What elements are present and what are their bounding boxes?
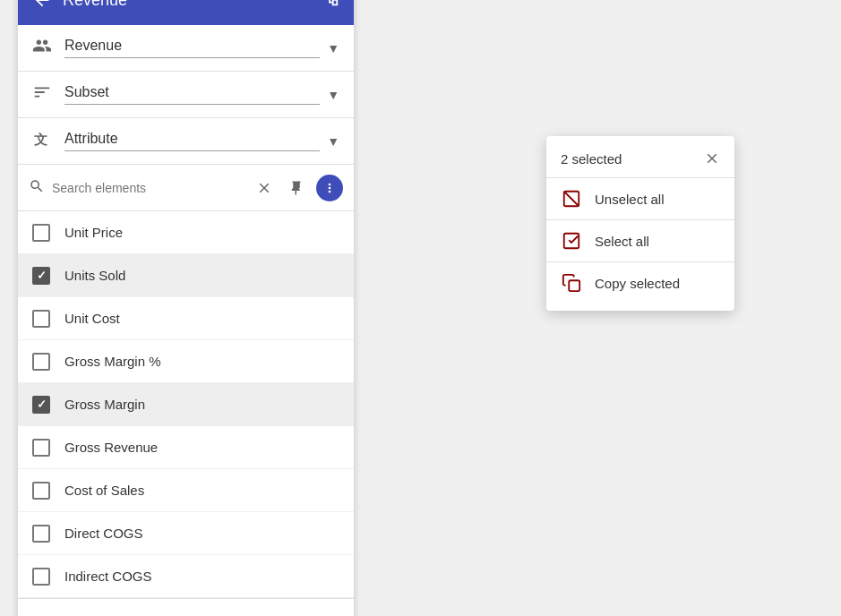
checkbox[interactable] [32,439,50,457]
next-page-button[interactable]: › [176,611,189,616]
attribute-chevron: ▼ [327,134,339,149]
checkbox[interactable] [32,396,50,414]
item-label: Cost of Sales [64,483,144,498]
element-list: Unit PriceUnits SoldUnit CostGross Margi… [18,211,354,598]
list-item[interactable]: Unit Cost [18,297,354,340]
revenue-chevron: ▼ [327,41,339,56]
copy-selected-icon [561,273,582,293]
svg-rect-4 [569,280,579,291]
nav-buttons: ‹ › [157,611,189,616]
prev-page-button[interactable]: ‹ [157,611,169,616]
org-icon [32,36,61,60]
attribute-dropdown[interactable]: 文 Attribute ▼ [18,118,354,165]
checkbox[interactable] [32,525,50,543]
attribute-label: Attribute [64,131,320,151]
search-input[interactable] [52,181,252,195]
item-label: Direct COGS [64,526,143,541]
list-item[interactable]: Units Sold [18,254,354,297]
select-all-label: Select all [595,234,649,249]
unselect-all-label: Unselect all [595,192,665,207]
list-item[interactable]: Indirect COGS [18,555,354,598]
list-item[interactable]: Unit Price [18,211,354,254]
unselect-all-icon [561,189,582,209]
subset-label: Subset [64,84,320,105]
copy-selected-item[interactable]: Copy selected [546,262,734,304]
checkbox[interactable] [32,267,50,285]
checkbox[interactable] [32,353,50,371]
list-item[interactable]: Gross Margin [18,383,354,426]
hierarchy-icon[interactable] [320,0,339,13]
item-label: Gross Margin % [64,354,161,369]
revenue-dropdown[interactable]: Revenue ▼ [18,25,354,72]
checkbox[interactable] [32,482,50,500]
svg-text:文: 文 [34,132,47,147]
item-label: Units Sold [64,268,125,283]
search-icon [29,178,45,198]
checkbox[interactable] [32,224,50,242]
main-panel: Revenue Revenue ▼ [18,0,354,616]
copy-selected-label: Copy selected [595,276,680,291]
item-label: Gross Revenue [64,440,158,455]
list-item[interactable]: Cost of Sales [18,469,354,512]
list-item[interactable]: Direct COGS [18,512,354,555]
checkbox[interactable] [32,310,50,328]
checkbox[interactable] [32,568,50,586]
item-label: Unit Cost [64,311,120,326]
more-options-button[interactable] [316,175,343,201]
select-all-icon [561,231,582,251]
context-header: 2 selected [546,143,734,177]
clear-search-button[interactable] [252,175,277,201]
subset-chevron: ▼ [327,88,339,102]
subset-dropdown[interactable]: Subset ▼ [18,72,354,118]
pin-button[interactable] [284,175,309,201]
item-label: Indirect COGS [64,569,152,584]
item-label: Unit Price [64,225,123,240]
selected-count: 2 selected [561,151,622,167]
select-all-item[interactable]: Select all [546,220,734,261]
attribute-icon: 文 [32,129,61,153]
list-item[interactable]: Gross Margin % [18,340,354,383]
context-menu: 2 selected Unselect all [546,136,734,311]
svg-line-2 [564,192,579,207]
panel-footer: 1-9 of 9 ‹ › UNSELECT [18,598,354,616]
search-row [18,165,354,211]
back-button[interactable] [32,0,52,10]
item-label: Gross Margin [64,397,145,412]
panel-title: Revenue [63,0,127,10]
svg-rect-3 [564,234,579,249]
header-left: Revenue [32,0,127,10]
unselect-all-item[interactable]: Unselect all [546,178,734,219]
search-actions [252,175,343,201]
context-close-button[interactable] [704,150,720,167]
panel-header: Revenue [18,0,354,25]
list-item[interactable]: Gross Revenue [18,426,354,469]
subset-icon [32,82,61,107]
revenue-label: Revenue [64,38,320,58]
